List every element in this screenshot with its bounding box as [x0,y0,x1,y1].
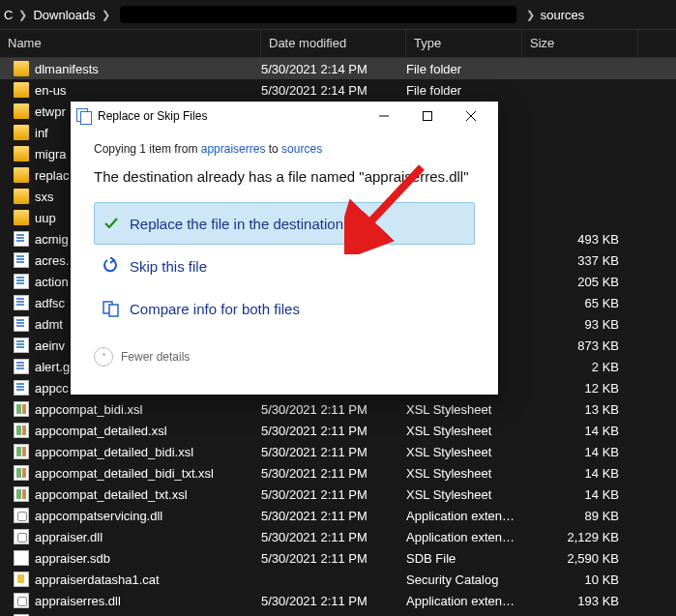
fewer-details-toggle[interactable]: ˄ Fewer details [94,347,475,367]
file-type: SDB File [406,551,522,566]
header-date[interactable]: Date modified [261,30,406,57]
file-name: etwpr [35,104,66,119]
file-name: acres. [35,253,69,268]
file-name: aeinv [35,338,65,353]
option-compare[interactable]: Compare info for both files [94,287,475,330]
dll-icon [14,529,29,544]
breadcrumb-redacted [120,6,516,23]
xsl-icon [14,486,29,502]
file-name: appraiser.sdb [35,551,110,566]
conflict-message: The destination already has a file named… [94,167,475,187]
folder-icon [14,146,29,161]
file-type: Application exten… [406,594,522,608]
file-size: 93 KB [522,317,629,332]
file-size: 2,590 KB [522,551,629,566]
file-name: alert.g [35,360,70,374]
table-row[interactable]: appcompat_detailed.xsl5/30/2021 2:11 PMX… [0,420,676,441]
dll-icon [14,508,29,523]
file-size: 89 KB [522,509,629,523]
table-row[interactable]: appcompat_bidi.xsl5/30/2021 2:11 PMXSL S… [0,398,676,420]
file-date: 5/30/2021 2:11 PM [261,445,406,459]
skip-icon [103,257,120,275]
option-replace-label: Replace the file in the destination [130,216,343,232]
file-size: 14 KB [522,424,629,438]
file-name: admt [35,317,63,332]
breadcrumb-drive[interactable]: C [4,8,13,22]
svg-rect-1 [423,112,431,121]
close-button[interactable] [449,103,492,130]
header-type[interactable]: Type [406,30,522,57]
copying-status: Copying 1 item from appraiserres to sour… [94,142,475,156]
table-row[interactable]: dlmanifests5/30/2021 2:14 PMFile folder [0,58,676,79]
xsl-icon [14,465,29,481]
breadcrumb-downloads[interactable]: Downloads [33,8,95,22]
minimize-button[interactable] [362,103,405,130]
table-row[interactable]: appcompat_detailed_bidi.xsl5/30/2021 2:1… [0,441,676,462]
header-name[interactable]: Name [0,30,261,57]
file-date: 5/30/2021 2:11 PM [261,466,406,481]
option-skip[interactable]: Skip this file [94,245,475,287]
checkmark-icon [103,215,120,232]
file-date: 5/30/2021 2:14 PM [261,83,406,98]
file-name: appcc [35,381,69,396]
option-replace[interactable]: Replace the file in the destination [94,202,475,245]
file-size: 205 KB [522,275,629,289]
table-row[interactable]: appraiserres.dll5/30/2021 2:11 PMApplica… [0,590,676,611]
xml-icon [14,252,29,268]
file-size: 65 KB [522,296,629,310]
column-headers: Name Date modified Type Size [0,29,676,58]
xml-icon [14,337,29,353]
file-size: 493 KB [522,232,629,247]
chevron-right-icon: ❯ [18,9,27,21]
table-row[interactable]: appcompat_detailed_txt.xsl5/30/2021 2:11… [0,484,676,505]
file-size: 2 KB [522,360,629,374]
file-size: 14 KB [522,487,629,502]
table-row[interactable]: appcompat_detailed_bidi_txt.xsl5/30/2021… [0,462,676,484]
xsl-icon [14,444,29,459]
table-row[interactable]: appraiser.dll5/30/2021 2:11 PMApplicatio… [0,526,676,547]
file-name: appcompat_detailed.xsl [35,424,167,438]
table-row[interactable]: en-us5/30/2021 2:14 PMFile folder [0,79,676,101]
file-name: acmig [35,232,69,247]
table-row[interactable]: appraisersdblatestoshash.txtText Documen… [0,611,676,616]
header-size[interactable]: Size [522,30,638,57]
file-size: 14 KB [522,466,629,481]
option-compare-label: Compare info for both files [130,301,300,317]
file-name: dlmanifests [35,62,99,76]
file-date: 5/30/2021 2:11 PM [261,402,406,417]
file-size: 2,129 KB [522,530,629,544]
file-type: XSL Stylesheet [406,445,522,459]
cat-icon [14,572,29,587]
file-name: appcompatservicing.dll [35,509,162,523]
dll-icon [14,593,29,608]
xml-icon [14,295,29,310]
file-size: 873 KB [522,338,629,353]
dialog-titlebar[interactable]: Replace or Skip Files [71,102,498,131]
xsl-icon [14,401,29,417]
xml-icon [14,359,29,374]
copy-source-link[interactable]: appraiserres [201,142,266,156]
file-name: replac [35,168,69,183]
table-row[interactable]: appraiser.sdb5/30/2021 2:11 PMSDB File2,… [0,547,676,569]
breadcrumb-sources[interactable]: sources [541,8,585,22]
file-type: XSL Stylesheet [406,487,522,502]
file-type: File folder [406,62,522,76]
file-date: 5/30/2021 2:11 PM [261,487,406,502]
copy-dest-link[interactable]: sources [281,142,322,156]
file-name: action [35,275,69,289]
chevron-right-icon: ❯ [526,9,535,21]
file-type: Application exten… [406,509,522,523]
file-name: appcompat_bidi.xsl [35,402,142,417]
file-date: 5/30/2021 2:11 PM [261,509,406,523]
compare-icon [103,300,120,317]
file-name: appcompat_detailed_bidi_txt.xsl [35,466,214,481]
table-row[interactable]: appraiserdatasha1.catSecurity Catalog10 … [0,569,676,590]
breadcrumb[interactable]: C ❯ Downloads ❯ ❯ sources [0,0,676,29]
file-date: 5/30/2021 2:11 PM [261,424,406,438]
file-date: 5/30/2021 2:11 PM [261,530,406,544]
svg-rect-5 [109,305,118,316]
file-size: 10 KB [522,572,629,587]
dialog-title: Replace or Skip Files [98,109,207,123]
maximize-button[interactable] [405,103,449,130]
table-row[interactable]: appcompatservicing.dll5/30/2021 2:11 PMA… [0,505,676,526]
